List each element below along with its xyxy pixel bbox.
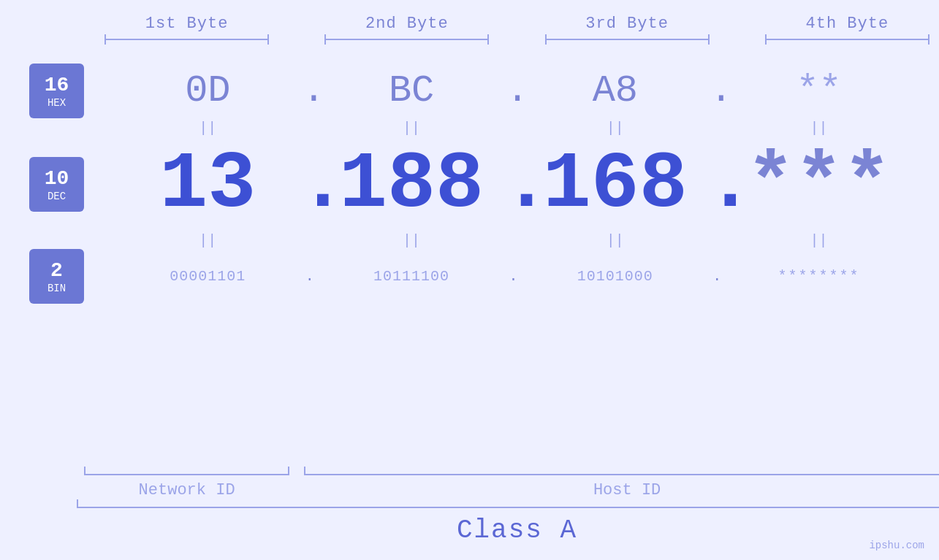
bin-badge: 2 BIN	[29, 249, 84, 304]
dec-badge-label: DEC	[47, 191, 66, 202]
bracket-line-2	[324, 39, 489, 40]
bin-dot-1: .	[299, 268, 321, 285]
bin-values-row: 00001101 . 10111100 . 10101000 . *******…	[117, 261, 910, 292]
bracket-cell-2	[297, 39, 517, 40]
bin-val-1: 00001101	[117, 261, 299, 292]
eq-4: ||	[728, 120, 910, 137]
equals-row-1: || || || ||	[29, 120, 910, 137]
bin-val-4: ********	[728, 261, 910, 292]
network-id-label: Network ID	[77, 481, 297, 499]
class-row: Class A	[77, 507, 939, 545]
labels-row: Network ID Host ID	[77, 481, 939, 499]
hex-badge-container: 16 HEX	[29, 64, 117, 118]
eq-6: ||	[321, 232, 503, 249]
bin-val-2: 10111100	[321, 261, 503, 292]
network-bracket	[77, 474, 297, 475]
dec-badge-number: 10	[45, 166, 69, 191]
hex-val-1: 0D	[117, 62, 299, 120]
bracket-line-4	[765, 39, 930, 40]
eq-7: ||	[525, 232, 707, 249]
hex-dot-2: .	[503, 69, 525, 112]
network-bracket-line	[84, 474, 289, 475]
hex-values-row: 0D . BC . A8 . **	[117, 62, 910, 120]
byte-header-3: 3rd Byte	[517, 15, 737, 39]
hex-dot-3: .	[706, 69, 728, 112]
class-top-line	[77, 507, 939, 508]
hex-badge: 16 HEX	[29, 64, 84, 118]
equals-badge-spacer-1	[29, 120, 117, 137]
bracket-line-3	[545, 39, 710, 40]
watermark: ipshu.com	[869, 540, 924, 551]
host-bracket-line	[304, 474, 939, 475]
eq-5: ||	[117, 232, 299, 249]
bin-badge-container: 2 BIN	[29, 249, 117, 304]
main-container: 1st Byte 2nd Byte 3rd Byte 4th Byte 16 H…	[0, 0, 939, 560]
dec-val-3: 168	[525, 137, 707, 232]
bracket-cell-1	[77, 39, 297, 40]
equals-content-2: || || || ||	[117, 232, 910, 249]
eq-2: ||	[321, 120, 503, 137]
hex-val-3: A8	[525, 62, 707, 120]
byte-header-2: 2nd Byte	[297, 15, 517, 39]
dec-dot-3: .	[706, 140, 728, 229]
bin-val-3: 10101000	[525, 261, 707, 292]
bin-badge-number: 2	[50, 258, 63, 283]
dec-badge-container: 10 DEC	[29, 157, 117, 212]
dec-dot-2: .	[503, 140, 525, 229]
eq-8: ||	[728, 232, 910, 249]
host-id-label: Host ID	[297, 481, 939, 499]
hex-dot-1: .	[299, 69, 321, 112]
bin-row: 2 BIN 00001101 . 10111100 . 10101000 . *…	[29, 249, 910, 304]
bin-dot-3: .	[706, 268, 728, 285]
equals-badge-spacer-2	[29, 232, 117, 249]
dec-val-2: 188	[321, 137, 503, 232]
equals-content-1: || || || ||	[117, 120, 910, 137]
hex-badge-number: 16	[45, 73, 69, 98]
dec-values-row: 13 . 188 . 168 . ***	[117, 137, 910, 232]
dec-val-4: ***	[728, 137, 910, 232]
dec-row: 10 DEC 13 . 188 . 168 . ***	[29, 137, 910, 232]
hex-val-4: **	[728, 62, 910, 120]
eq-1: ||	[117, 120, 299, 137]
host-bracket	[297, 474, 939, 475]
rows-wrapper: 16 HEX 0D . BC . A8 . ** || || |	[29, 62, 910, 471]
class-label: Class A	[77, 515, 939, 545]
bracket-line-1	[104, 39, 269, 40]
dec-dot-1: .	[299, 140, 321, 229]
bin-dot-2: .	[503, 268, 525, 285]
equals-row-2: || || || ||	[29, 232, 910, 249]
header-row: 1st Byte 2nd Byte 3rd Byte 4th Byte	[77, 15, 939, 39]
bracket-cell-3	[517, 39, 737, 40]
top-bracket-row	[77, 39, 939, 40]
hex-val-2: BC	[321, 62, 503, 120]
bracket-cell-4	[737, 39, 939, 40]
byte-header-1: 1st Byte	[77, 15, 297, 39]
dec-val-1: 13	[117, 137, 299, 232]
bin-badge-label: BIN	[47, 283, 66, 294]
hex-row: 16 HEX 0D . BC . A8 . **	[29, 62, 910, 120]
bottom-brackets-row	[77, 474, 939, 475]
dec-badge: 10 DEC	[29, 157, 84, 212]
hex-badge-label: HEX	[47, 97, 66, 109]
eq-3: ||	[525, 120, 707, 137]
byte-header-4: 4th Byte	[737, 15, 939, 39]
